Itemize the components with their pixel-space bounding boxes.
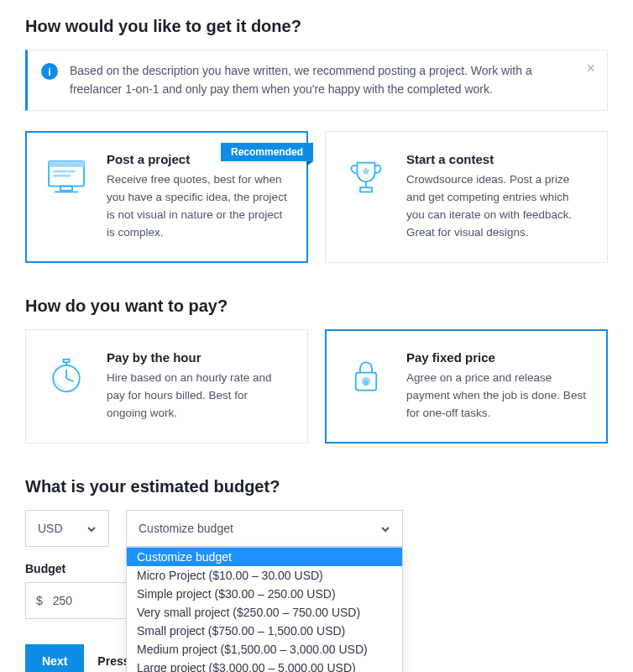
card-title: Start a contest bbox=[406, 152, 590, 166]
dropdown-option[interactable]: Simple project ($30.00 – 250.00 USD) bbox=[127, 585, 402, 603]
card-title: Pay by the hour bbox=[107, 350, 290, 365]
section-heading-method: How would you like to get it done? bbox=[25, 17, 608, 36]
svg-rect-10 bbox=[64, 360, 70, 363]
info-banner: i Based on the description you have writ… bbox=[25, 50, 608, 111]
section-heading-payment: How do you want to pay? bbox=[25, 297, 608, 316]
card-pay-hourly[interactable]: Pay by the hour Hire based on an hourly … bbox=[25, 329, 308, 444]
dropdown-option[interactable]: Small project ($750.00 – 1,500.00 USD) bbox=[127, 622, 402, 640]
trophy-icon bbox=[343, 154, 393, 204]
recommended-ribbon: Recommended bbox=[221, 143, 313, 161]
computer-icon bbox=[43, 154, 93, 204]
budget-range-dropdown: Customize budget Micro Project ($10.00 –… bbox=[126, 547, 403, 672]
budget-range-select[interactable]: Customize budget Customize budget Micro … bbox=[126, 510, 403, 547]
payment-card-row: Pay by the hour Hire based on an hourly … bbox=[25, 329, 608, 444]
dropdown-option[interactable]: Micro Project ($10.00 – 30.00 USD) bbox=[127, 566, 402, 585]
svg-marker-8 bbox=[362, 167, 371, 176]
dropdown-option[interactable]: Large project ($3,000.00 – 5,000.00 USD) bbox=[127, 659, 402, 672]
currency-value: USD bbox=[38, 522, 63, 535]
info-banner-text: Based on the description you have writte… bbox=[70, 62, 594, 98]
svg-rect-1 bbox=[49, 161, 84, 167]
info-icon: i bbox=[41, 63, 58, 80]
budget-range-value: Customize budget bbox=[139, 522, 233, 535]
budget-selects-row: USD Customize budget Customize budget Mi… bbox=[25, 510, 608, 547]
card-title: Pay fixed price bbox=[406, 350, 590, 365]
chevron-down-icon bbox=[86, 523, 97, 533]
section-heading-budget: What is your estimated budget? bbox=[25, 477, 608, 496]
close-icon[interactable]: × bbox=[586, 60, 595, 76]
card-desc: Crowdsource ideas. Post a prize and get … bbox=[406, 171, 590, 242]
stopwatch-icon bbox=[43, 352, 93, 402]
svg-rect-7 bbox=[360, 188, 372, 192]
card-start-contest[interactable]: Start a contest Crowdsource ideas. Post … bbox=[325, 131, 608, 263]
lock-price-icon: $ bbox=[343, 352, 393, 402]
budget-amount-input[interactable] bbox=[53, 594, 112, 607]
next-button[interactable]: Next bbox=[25, 644, 84, 672]
svg-rect-4 bbox=[60, 186, 72, 191]
card-post-project[interactable]: Recommended Post a project Receive free … bbox=[25, 131, 308, 263]
card-pay-fixed[interactable]: $ Pay fixed price Agree on a price and r… bbox=[325, 329, 608, 444]
method-card-row: Recommended Post a project Receive free … bbox=[25, 131, 608, 263]
svg-text:$: $ bbox=[364, 379, 369, 386]
card-desc: Receive free quotes, best for when you h… bbox=[107, 171, 290, 242]
chevron-down-icon bbox=[380, 523, 390, 533]
dropdown-option[interactable]: Customize budget bbox=[127, 548, 402, 566]
dropdown-option[interactable]: Very small project ($250.00 – 750.00 USD… bbox=[127, 603, 402, 622]
budget-input-wrap[interactable]: $ bbox=[25, 582, 134, 619]
dropdown-option[interactable]: Medium project ($1,500.00 – 3,000.00 USD… bbox=[127, 640, 402, 659]
card-desc: Hire based on an hourly rate and pay for… bbox=[107, 370, 290, 423]
currency-select[interactable]: USD bbox=[25, 510, 109, 547]
card-desc: Agree on a price and release payment whe… bbox=[406, 370, 590, 423]
currency-symbol: $ bbox=[36, 594, 43, 607]
